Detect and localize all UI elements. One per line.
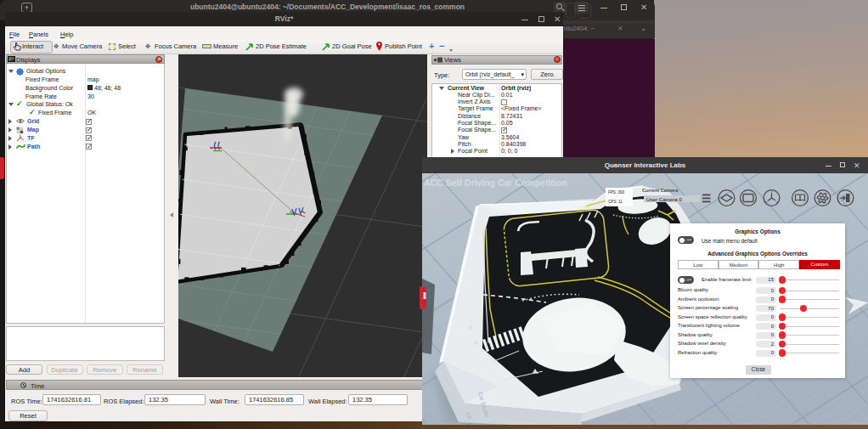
svg-text:y: y [776,200,778,204]
svg-text:z: z [771,190,773,194]
svg-text:x: x [766,200,768,204]
